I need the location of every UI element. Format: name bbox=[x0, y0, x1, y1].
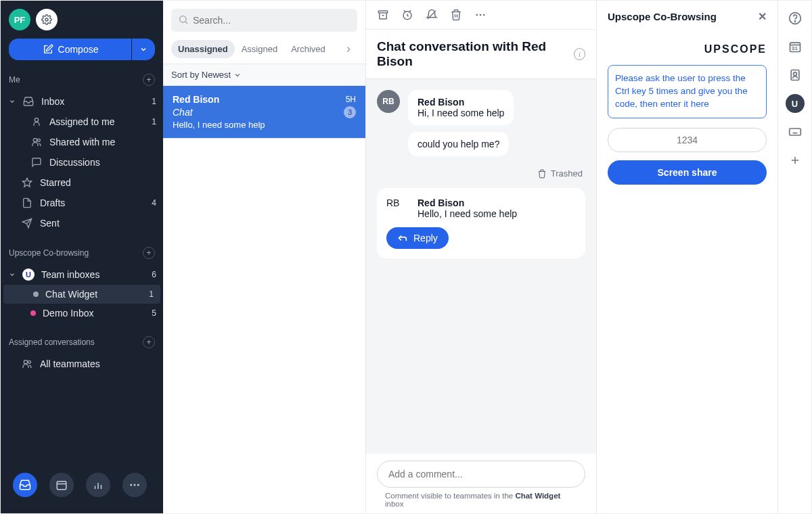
nav-inbox[interactable]: Inbox 1 bbox=[1, 91, 163, 112]
svg-line-22 bbox=[404, 10, 405, 11]
trash-button[interactable] bbox=[450, 9, 462, 21]
archive-button[interactable] bbox=[377, 9, 389, 21]
snooze-button[interactable] bbox=[401, 9, 413, 21]
nav-all-teammates[interactable]: All teammates bbox=[1, 354, 163, 374]
upscope-instruction: Please ask the user to press the Ctrl ke… bbox=[608, 65, 767, 118]
svg-line-23 bbox=[409, 10, 411, 11]
comment-visibility-hint: Comment visible to teammates in the Chat… bbox=[377, 488, 585, 513]
nav-drafts[interactable]: Drafts 4 bbox=[1, 193, 163, 213]
bottom-analytics-button[interactable] bbox=[86, 473, 110, 497]
svg-rect-9 bbox=[57, 482, 66, 490]
mute-button[interactable] bbox=[426, 9, 438, 21]
bar-chart-icon bbox=[92, 479, 104, 491]
svg-point-2 bbox=[33, 139, 37, 142]
nav-label: Chat Widget bbox=[45, 289, 97, 300]
rail-upscope-button[interactable]: U bbox=[786, 94, 805, 113]
bottom-inbox-button[interactable] bbox=[13, 473, 37, 497]
status-dot-icon bbox=[30, 310, 36, 316]
conv-channel: Chat bbox=[173, 107, 193, 118]
conversation-item[interactable]: Red Bison 5H Chat 3 Hello, I need some h… bbox=[163, 86, 365, 139]
screen-share-button[interactable]: Screen share bbox=[608, 160, 767, 185]
user-avatar[interactable]: PF bbox=[9, 9, 30, 30]
message-sender: Red Bison bbox=[418, 197, 517, 208]
rail-add-button[interactable] bbox=[786, 151, 805, 170]
reply-icon bbox=[397, 233, 408, 243]
conv-name: Red Bison bbox=[173, 94, 219, 105]
section-header-me: Me + bbox=[1, 68, 163, 91]
comment-input[interactable] bbox=[377, 461, 585, 488]
nav-demo-inbox[interactable]: Demo Inbox 5 bbox=[1, 304, 163, 323]
tab-archived[interactable]: Archived bbox=[284, 40, 332, 58]
help-button[interactable] bbox=[786, 9, 805, 28]
nav-starred[interactable]: Starred bbox=[1, 172, 163, 193]
user-icon bbox=[30, 116, 43, 128]
nav-label: Assigned to me bbox=[49, 116, 115, 127]
nav-label: Demo Inbox bbox=[43, 308, 93, 319]
tab-unassigned[interactable]: Unassigned bbox=[171, 40, 235, 58]
message-sender: Red Bison bbox=[418, 97, 504, 108]
close-button[interactable]: ✕ bbox=[758, 10, 767, 23]
message-avatar: RB bbox=[386, 197, 409, 219]
users-icon bbox=[21, 358, 33, 370]
nav-chat-widget[interactable]: Chat Widget 1 bbox=[3, 285, 160, 304]
nav-label: Drafts bbox=[40, 197, 65, 208]
message-text: could you help me? bbox=[408, 132, 509, 156]
add-me-button[interactable]: + bbox=[143, 74, 155, 86]
message-text: Hello, I need some help bbox=[418, 208, 517, 219]
sort-dropdown[interactable]: Sort by Newest bbox=[163, 64, 365, 86]
help-icon bbox=[788, 11, 802, 25]
nav-count: 4 bbox=[152, 198, 156, 208]
nav-label: Sent bbox=[40, 218, 60, 229]
section-title-me: Me bbox=[9, 75, 20, 85]
users-icon bbox=[30, 136, 43, 148]
svg-point-26 bbox=[480, 14, 482, 16]
nav-sent[interactable]: Sent bbox=[1, 213, 163, 233]
svg-point-33 bbox=[793, 72, 796, 76]
more-button[interactable] bbox=[474, 9, 487, 21]
settings-button[interactable] bbox=[36, 9, 58, 30]
nav-count: 1 bbox=[152, 117, 156, 126]
rail-keyboard-button[interactable] bbox=[786, 122, 805, 141]
nav-shared-with-me[interactable]: Shared with me bbox=[1, 132, 163, 152]
right-rail: 31 U bbox=[777, 1, 811, 513]
svg-point-16 bbox=[137, 484, 139, 486]
add-cobrowse-button[interactable]: + bbox=[143, 247, 155, 259]
search-input[interactable] bbox=[171, 9, 357, 32]
inbox-icon bbox=[19, 479, 31, 491]
nav-label: Shared with me bbox=[49, 137, 115, 147]
reply-button[interactable]: Reply bbox=[386, 227, 449, 249]
conv-unread-badge: 3 bbox=[344, 106, 356, 118]
plus-icon bbox=[789, 154, 801, 166]
bottom-more-button[interactable] bbox=[122, 473, 147, 497]
rail-contacts-button[interactable] bbox=[786, 66, 805, 85]
nav-team-inboxes[interactable]: U Team inboxes 6 bbox=[1, 264, 163, 285]
conv-time: 5H bbox=[346, 95, 356, 104]
info-icon[interactable]: i bbox=[574, 48, 585, 60]
message-avatar: RB bbox=[377, 90, 400, 113]
nav-label: Inbox bbox=[41, 96, 64, 107]
svg-rect-34 bbox=[789, 128, 800, 135]
user-icon bbox=[788, 68, 802, 82]
search-icon bbox=[178, 14, 189, 25]
chevron-down-icon bbox=[9, 271, 16, 278]
compose-menu-button[interactable] bbox=[132, 39, 155, 60]
nav-label: Team inboxes bbox=[41, 269, 99, 280]
compose-button[interactable]: Compose bbox=[9, 39, 131, 60]
left-sidebar: PF Compose Me + bbox=[1, 1, 163, 513]
nav-label: Discussions bbox=[49, 157, 100, 168]
message-text: Hi, I need some help bbox=[418, 108, 504, 118]
upscope-code-input[interactable] bbox=[608, 128, 767, 152]
svg-point-0 bbox=[45, 18, 48, 21]
bottom-calendar-button[interactable] bbox=[49, 473, 74, 497]
svg-point-8 bbox=[28, 360, 30, 363]
nav-discussions[interactable]: Discussions bbox=[1, 152, 163, 172]
calendar-icon bbox=[55, 479, 68, 491]
tabs-scroll-right[interactable] bbox=[340, 41, 357, 58]
svg-point-7 bbox=[24, 360, 27, 364]
rail-calendar-button[interactable]: 31 bbox=[786, 37, 805, 56]
send-icon bbox=[21, 217, 33, 229]
add-assigned-button[interactable]: + bbox=[143, 336, 155, 348]
tab-assigned[interactable]: Assigned bbox=[235, 40, 284, 58]
nav-count: 1 bbox=[152, 97, 156, 106]
nav-assigned-to-me[interactable]: Assigned to me 1 bbox=[1, 112, 163, 132]
